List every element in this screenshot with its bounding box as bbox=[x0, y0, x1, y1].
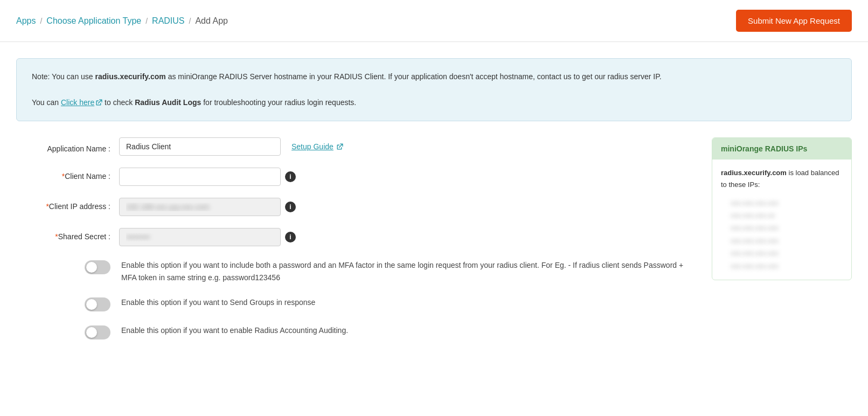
info-line2-prefix: You can bbox=[32, 98, 61, 107]
breadcrumb-add-app: Add App bbox=[195, 16, 228, 26]
toggle-3-description: Enable this option if you want to enable… bbox=[121, 323, 696, 336]
application-name-inputs: Setup Guide bbox=[119, 137, 343, 156]
top-bar: Apps / Choose Application Type / RADIUS … bbox=[0, 0, 868, 42]
toggle-1-thumb bbox=[86, 262, 97, 273]
client-ip-input-group: i bbox=[119, 198, 696, 216]
radius-ips-description: radius.xecurify.com is load balanced to … bbox=[721, 167, 843, 191]
info-line1-prefix: Note: You can use bbox=[32, 72, 95, 81]
client-name-label-text: Client Name : bbox=[65, 172, 110, 181]
breadcrumb-radius[interactable]: RADIUS bbox=[152, 16, 184, 26]
ip-item-1: xxx.xxx.xxx.xxx bbox=[731, 197, 843, 209]
setup-guide-label: Setup Guide bbox=[291, 142, 334, 151]
breadcrumb-sep-1: / bbox=[40, 17, 42, 25]
toggle-3-track bbox=[85, 325, 110, 339]
breadcrumb-choose-app-type[interactable]: Choose Application Type bbox=[46, 16, 141, 26]
info-line2-end: for troubleshooting your radius login re… bbox=[201, 98, 356, 107]
breadcrumb: Apps / Choose Application Type / RADIUS … bbox=[16, 16, 228, 26]
shared-secret-input-group: i bbox=[119, 228, 696, 246]
info-line-1: Note: You can use radius.xecurify.com as… bbox=[32, 71, 836, 84]
toggle-3[interactable] bbox=[85, 325, 110, 339]
client-name-label: *Client Name : bbox=[16, 168, 110, 181]
ip-item-5: xxx.xxx.xxx.xxx bbox=[731, 247, 843, 259]
application-name-input[interactable] bbox=[119, 137, 281, 156]
toggle-2-description: Enable this option if you want to Send G… bbox=[121, 295, 696, 308]
breadcrumb-sep-2: / bbox=[145, 17, 148, 25]
application-name-row: Application Name : Setup Guide bbox=[16, 137, 696, 156]
toggle-1-description: Enable this option if you want to includ… bbox=[121, 258, 696, 283]
setup-guide-external-icon bbox=[336, 143, 343, 150]
submit-new-app-request-button[interactable]: Submit New App Request bbox=[736, 10, 852, 32]
shared-secret-info-icon[interactable]: i bbox=[285, 232, 296, 242]
application-name-label: Application Name : bbox=[16, 140, 110, 153]
breadcrumb-sep-3: / bbox=[189, 17, 191, 25]
click-here-link[interactable]: Click here bbox=[61, 98, 94, 107]
info-line1-suffix: as miniOrange RADIUS Server hostname in … bbox=[166, 72, 662, 81]
ip-item-4: xxx.xxx.xxx.xxx bbox=[731, 234, 843, 247]
shared-secret-input[interactable] bbox=[119, 228, 281, 246]
client-name-input[interactable] bbox=[119, 168, 281, 186]
shared-secret-label-text: Shared Secret : bbox=[58, 232, 110, 241]
radius-ips-body: radius.xecurify.com is load balanced to … bbox=[712, 160, 851, 280]
toggle-2[interactable] bbox=[85, 297, 110, 311]
client-name-input-group: i bbox=[119, 168, 696, 186]
toggle-1[interactable] bbox=[85, 260, 110, 274]
content-area: Note: You can use radius.xecurify.com as… bbox=[0, 42, 868, 368]
ip-item-3: xxx.xxx.xxx.xxx bbox=[731, 221, 843, 234]
radius-ips-panel: miniOrange RADIUS IPs radius.xecurify.co… bbox=[712, 137, 852, 280]
toggle-row-2: Enable this option if you want to Send G… bbox=[16, 295, 696, 311]
breadcrumb-apps[interactable]: Apps bbox=[16, 16, 36, 26]
info-hostname: radius.xecurify.com bbox=[95, 72, 166, 81]
client-name-row: *Client Name : i bbox=[16, 168, 696, 186]
ip-item-2: xxx.xxx.xxx.xx bbox=[731, 209, 843, 221]
toggle-1-track bbox=[85, 260, 110, 274]
client-ip-info-icon[interactable]: i bbox=[285, 202, 296, 212]
setup-guide-link[interactable]: Setup Guide bbox=[291, 142, 343, 151]
info-box: Note: You can use radius.xecurify.com as… bbox=[16, 58, 852, 121]
client-name-info-icon[interactable]: i bbox=[285, 171, 296, 182]
client-ip-input[interactable] bbox=[119, 198, 281, 216]
toggle-row-3: Enable this option if you want to enable… bbox=[16, 323, 696, 339]
form-left: Application Name : Setup Guide *Client N… bbox=[16, 137, 696, 351]
page-wrapper: Apps / Choose Application Type / RADIUS … bbox=[0, 0, 868, 416]
toggle-3-thumb bbox=[86, 327, 97, 338]
shared-secret-label: *Shared Secret : bbox=[16, 228, 110, 241]
external-link-icon bbox=[95, 99, 102, 106]
toggle-area-3 bbox=[16, 323, 110, 339]
info-line2-suffix: to check bbox=[102, 98, 135, 107]
info-line-2: You can Click here to check Radius Audit… bbox=[32, 96, 836, 109]
client-ip-label-text: Client IP address : bbox=[49, 202, 110, 211]
toggle-area-2 bbox=[16, 295, 110, 311]
form-area: Application Name : Setup Guide *Client N… bbox=[16, 137, 852, 351]
radius-hostname: radius.xecurify.com bbox=[721, 169, 787, 177]
toggle-area-1 bbox=[16, 258, 110, 274]
toggle-2-track bbox=[85, 297, 110, 311]
ip-list: xxx.xxx.xxx.xxx xxx.xxx.xxx.xx xxx.xxx.x… bbox=[721, 197, 843, 272]
radius-audit-logs: Radius Audit Logs bbox=[135, 98, 201, 107]
client-ip-row: *Client IP address : i bbox=[16, 198, 696, 216]
shared-secret-row: *Shared Secret : i bbox=[16, 228, 696, 246]
toggle-2-thumb bbox=[86, 299, 97, 310]
radius-ips-header: miniOrange RADIUS IPs bbox=[712, 138, 851, 160]
toggle-row-1: Enable this option if you want to includ… bbox=[16, 258, 696, 283]
client-ip-label: *Client IP address : bbox=[16, 198, 110, 211]
ip-item-6: xxx.xxx.xxx.xxx bbox=[731, 260, 843, 272]
